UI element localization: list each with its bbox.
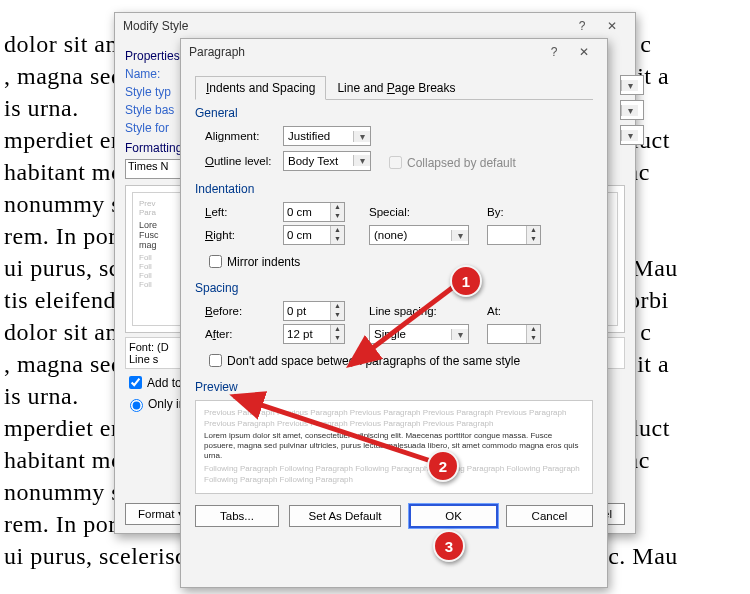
preview-box: Previous Paragraph Previous Paragraph Pr… [195, 400, 593, 494]
line-spacing-label: Line spacing: [369, 305, 453, 317]
alignment-label: Alignment: [205, 130, 283, 142]
dialog-title: Paragraph [189, 45, 245, 59]
hidden-combo-1[interactable]: ▾ [620, 75, 644, 95]
outline-label: Outline level: [205, 155, 283, 167]
ok-button[interactable]: OK [409, 504, 498, 528]
font-desc-2: Line s [129, 353, 158, 365]
at-spinner[interactable]: ▲▼ [487, 324, 541, 344]
add-to-checkbox[interactable]: Add to [125, 373, 182, 392]
indent-left-spinner[interactable]: 0 cm▲▼ [283, 202, 345, 222]
help-icon[interactable]: ? [567, 15, 597, 37]
modify-style-titlebar[interactable]: Modify Style ? ✕ [115, 13, 635, 39]
help-icon[interactable]: ? [539, 41, 569, 63]
before-spinner[interactable]: 0 pt▲▼ [283, 301, 345, 321]
after-label: After: [205, 328, 283, 340]
hidden-combo-3[interactable]: ▾ [620, 125, 644, 145]
dialog-title: Modify Style [123, 19, 188, 33]
special-dropdown[interactable]: (none)▾ [369, 225, 469, 245]
style-based-label: Style bas [125, 103, 185, 117]
special-label: Special: [369, 206, 439, 218]
chevron-down-icon: ▾ [353, 155, 370, 166]
tab-indents-spacing[interactable]: Indents and Spacing [195, 76, 326, 100]
close-icon[interactable]: ✕ [569, 41, 599, 63]
only-in-radio[interactable]: Only in [125, 396, 185, 412]
paragraph-tabs: Indents and Spacing Line and Page Breaks [195, 75, 593, 100]
by-spinner[interactable]: ▲▼ [487, 225, 541, 245]
indent-left-label: Left: [205, 206, 283, 218]
mirror-indents-checkbox[interactable]: Mirror indents [205, 252, 300, 271]
paragraph-dialog: Paragraph ? ✕ Indents and Spacing Line a… [180, 38, 608, 588]
cancel-button[interactable]: Cancel [506, 505, 593, 527]
indent-right-label: Right: [205, 229, 283, 241]
alignment-dropdown[interactable]: Justified▾ [283, 126, 371, 146]
annotation-badge-2: 2 [427, 450, 459, 482]
name-label: Name: [125, 67, 185, 81]
close-icon[interactable]: ✕ [597, 15, 627, 37]
dont-add-space-checkbox[interactable]: Don't add space between paragraphs of th… [205, 351, 520, 370]
annotation-badge-3: 3 [433, 530, 465, 562]
chevron-down-icon: ▾ [451, 329, 468, 340]
outline-dropdown[interactable]: Body Text▾ [283, 151, 371, 171]
font-desc-1: Font: (D [129, 341, 169, 353]
after-spinner[interactable]: 12 pt▲▼ [283, 324, 345, 344]
line-spacing-dropdown[interactable]: Single▾ [369, 324, 469, 344]
indentation-group-label: Indentation [195, 182, 593, 196]
collapsed-checkbox: Collapsed by default [385, 153, 516, 172]
by-label: By: [487, 206, 527, 218]
paragraph-titlebar[interactable]: Paragraph ? ✕ [181, 39, 607, 65]
before-label: Before: [205, 305, 283, 317]
tabs-button[interactable]: Tabs... [195, 505, 279, 527]
annotation-badge-1: 1 [450, 265, 482, 297]
set-default-button[interactable]: Set As Default [289, 505, 401, 527]
at-label: At: [487, 305, 527, 317]
preview-label: Preview [195, 380, 593, 394]
indent-right-spinner[interactable]: 0 cm▲▼ [283, 225, 345, 245]
style-type-label: Style typ [125, 85, 185, 99]
style-for-label: Style for [125, 121, 185, 135]
tab-line-page-breaks[interactable]: Line and Page Breaks [326, 76, 466, 100]
chevron-down-icon: ▾ [451, 230, 468, 241]
spacing-group-label: Spacing [195, 281, 593, 295]
hidden-combo-2[interactable]: ▾ [620, 100, 644, 120]
chevron-down-icon: ▾ [353, 131, 370, 142]
general-group-label: General [195, 106, 593, 120]
